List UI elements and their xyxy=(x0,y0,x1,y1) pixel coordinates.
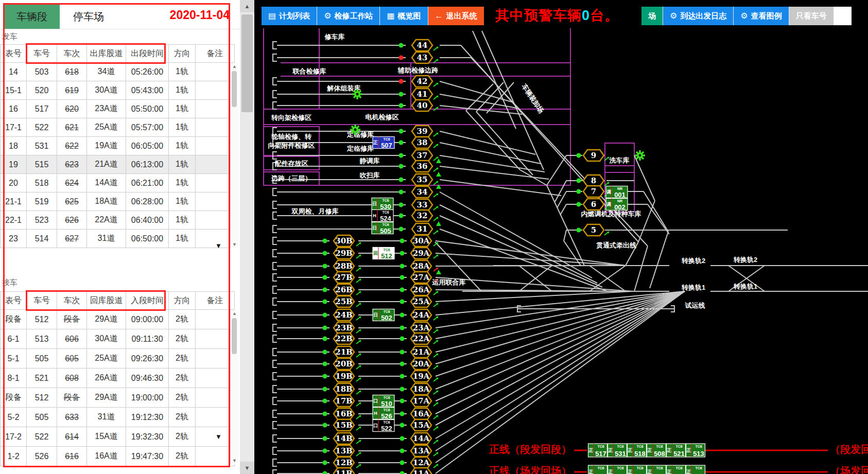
train-badge-hidden[interactable]: 正TC6 xyxy=(608,465,627,474)
train-badge-hidden[interactable]: 正TC6 xyxy=(686,465,705,474)
toolbar-left-button-2[interactable]: ▦概览图 xyxy=(380,7,428,25)
show-car-number-checkbox[interactable] xyxy=(834,7,852,25)
train-badge-002[interactable]: 调NR002 xyxy=(606,199,628,212)
track-badge-11A[interactable]: 11A xyxy=(411,468,431,474)
toolbar-right-button-0[interactable]: 场 xyxy=(641,7,663,25)
track-badge-13A[interactable]: 13A xyxy=(411,445,431,457)
track-badge-15A[interactable]: 15A xyxy=(411,419,431,431)
track-badge-14B[interactable]: 14B xyxy=(334,433,354,444)
toolbar-right-button-2[interactable]: ⚙查看图例 xyxy=(734,7,789,25)
track-badge-41[interactable]: 41 xyxy=(412,89,432,100)
track-badge-23A[interactable]: 23A xyxy=(411,322,431,333)
track-badge-16A[interactable]: 16A xyxy=(411,408,431,419)
track-badge-13B[interactable]: 13B xyxy=(334,445,354,457)
track-badge-28B[interactable]: 28B xyxy=(334,260,354,272)
track-badge-22A[interactable]: 22A xyxy=(411,333,431,344)
table-row[interactable]: 1853162219A道06:05:001轨 xyxy=(1,137,235,155)
track-badge-17A[interactable]: 17A xyxy=(411,395,431,407)
track-badge-37[interactable]: 37 xyxy=(412,150,432,161)
scroll-up-icon[interactable]: ▲ xyxy=(232,311,237,316)
track-badge-27A[interactable]: 27A xyxy=(411,272,431,283)
train-badge-526[interactable]: HTC6526 xyxy=(373,408,394,420)
table-row[interactable]: 8-152160826A道09:46:302轨 xyxy=(1,368,235,388)
track-badge-30B[interactable]: 30B xyxy=(334,235,354,247)
track-badge-9[interactable]: 9 xyxy=(583,150,604,161)
scroll-down-icon[interactable]: ▼ xyxy=(240,462,254,474)
scroll-up-icon[interactable]: ▲ xyxy=(232,64,237,69)
track-badge-29B[interactable]: 29B xyxy=(334,248,354,259)
train-badge-502[interactable]: 日TC6502 xyxy=(373,309,394,322)
table-row[interactable]: 1951562321A道06:13:001轨 xyxy=(1,155,235,174)
scrollbar-thumb[interactable] xyxy=(241,14,253,112)
track-badge-25B[interactable]: 25B xyxy=(334,296,354,307)
arrival-scrollbar[interactable]: ▲ ▼ xyxy=(230,310,238,464)
track-badge-16B[interactable]: 16B xyxy=(334,408,354,419)
train-badge-517[interactable]: 正TC6517 xyxy=(588,444,607,458)
train-badge-hidden[interactable]: 正TC6 xyxy=(667,465,686,474)
train-badge-530[interactable]: 日TC6530 xyxy=(372,198,393,211)
train-badge-524[interactable]: HTC6524 xyxy=(372,210,393,223)
train-badge-518[interactable]: 正TC6518 xyxy=(628,444,647,458)
train-badge-512[interactable]: 回TC6512 xyxy=(373,248,394,260)
track-badge-14A[interactable]: 14A xyxy=(411,433,431,444)
track-badge-28A[interactable]: 28A xyxy=(411,260,431,272)
train-badge-507[interactable]: 正TC6507 xyxy=(373,137,394,150)
table-row[interactable]: 2351462731道06:50:001轨 xyxy=(1,230,235,248)
track-badge-12B[interactable]: 12B xyxy=(334,457,354,468)
track-badge-22B[interactable]: 22B xyxy=(334,333,354,344)
toolbar-left-button-3[interactable]: ←退出系统 xyxy=(428,7,484,25)
track-badge-33[interactable]: 33 xyxy=(412,199,432,210)
panel-main-scrollbar[interactable]: ▲ ▼ xyxy=(240,0,254,474)
table-row[interactable]: 21-151962518A道06:28:001轨 xyxy=(1,192,235,211)
track-badge-7[interactable]: 7 xyxy=(583,186,604,197)
toolbar-left-button-1[interactable]: ⚙检修工作站 xyxy=(317,7,380,25)
train-badge-508[interactable]: 正TC6508 xyxy=(647,444,666,458)
departure-scroll-down-icon[interactable]: ▼ xyxy=(215,242,222,250)
toolbar-right-button-3[interactable]: 只看车号 xyxy=(789,7,834,25)
table-row[interactable]: 1651762023A道05:50:001轨 xyxy=(1,100,235,118)
train-badge-510[interactable]: 口TC6510 xyxy=(373,395,394,408)
arrival-scroll-down-icon[interactable]: ▼ xyxy=(215,433,222,441)
track-badge-29A[interactable]: 29A xyxy=(411,248,431,259)
train-badge-001[interactable]: 调NR001 xyxy=(606,186,628,199)
track-badge-27B[interactable]: 27B xyxy=(334,272,354,283)
track-badge-40[interactable]: 40 xyxy=(412,100,432,111)
toolbar-right-button-1[interactable]: ⚙到达出发日志 xyxy=(663,7,734,25)
track-badge-8[interactable]: 8 xyxy=(583,175,604,186)
table-row[interactable]: 17-252261415A道19:32:302轨 xyxy=(1,427,235,447)
train-badge-505[interactable]: 日TC6505 xyxy=(372,222,393,235)
train-badge-522[interactable]: 口TC6522 xyxy=(373,420,394,433)
track-badge-21B[interactable]: 21B xyxy=(334,346,354,358)
track-badge-6[interactable]: 6 xyxy=(583,199,604,210)
tab-parking-lot[interactable]: 停车场 xyxy=(60,4,117,29)
train-badge-hidden[interactable]: 正TC6 xyxy=(588,465,607,474)
track-badge-19A[interactable]: 19A xyxy=(411,371,431,382)
table-row[interactable]: 5-250563331道19:12:302轨 xyxy=(1,408,235,427)
table-row[interactable]: 2051862414A道06:21:001轨 xyxy=(1,174,235,192)
scroll-down-icon[interactable]: ▼ xyxy=(232,242,237,247)
track-badge-25A[interactable]: 25A xyxy=(411,296,431,307)
track-badge-38[interactable]: 38 xyxy=(412,137,432,148)
track-badge-5[interactable]: 5 xyxy=(583,224,604,236)
track-badge-31[interactable]: 31 xyxy=(412,223,432,235)
scrollbar-thumb[interactable] xyxy=(232,318,237,354)
track-badge-26A[interactable]: 26A xyxy=(411,284,431,295)
table-row[interactable]: 15-152061930A道05:43:001轨 xyxy=(1,81,235,100)
train-badge-hidden[interactable]: 正TC6 xyxy=(628,465,647,474)
track-badge-11B[interactable]: 11B xyxy=(334,468,354,474)
train-badge-531[interactable]: 正TC6531 xyxy=(608,444,627,458)
scrollbar-thumb[interactable] xyxy=(232,71,237,107)
scroll-down-icon[interactable]: ▼ xyxy=(232,458,237,463)
track-badge-26B[interactable]: 26B xyxy=(334,284,354,295)
train-badge-521[interactable]: 正TC6521 xyxy=(667,444,686,458)
train-badge-513[interactable]: 正TC6513 xyxy=(686,444,705,458)
train-badge-hidden[interactable]: 正TC6 xyxy=(647,465,666,474)
tab-depot[interactable]: 车辆段 xyxy=(4,4,60,29)
toolbar-left-button-0[interactable]: ▤计划列表 xyxy=(262,7,317,25)
track-badge-30A[interactable]: 30A xyxy=(411,235,431,247)
scroll-up-icon[interactable]: ▲ xyxy=(240,0,254,12)
track-badge-19B[interactable]: 19B xyxy=(334,371,354,382)
table-row[interactable]: 6-151360630A道09:11:302轨 xyxy=(1,329,235,349)
track-badge-12A[interactable]: 12A xyxy=(411,457,431,468)
track-badge-44[interactable]: 44 xyxy=(412,40,432,51)
